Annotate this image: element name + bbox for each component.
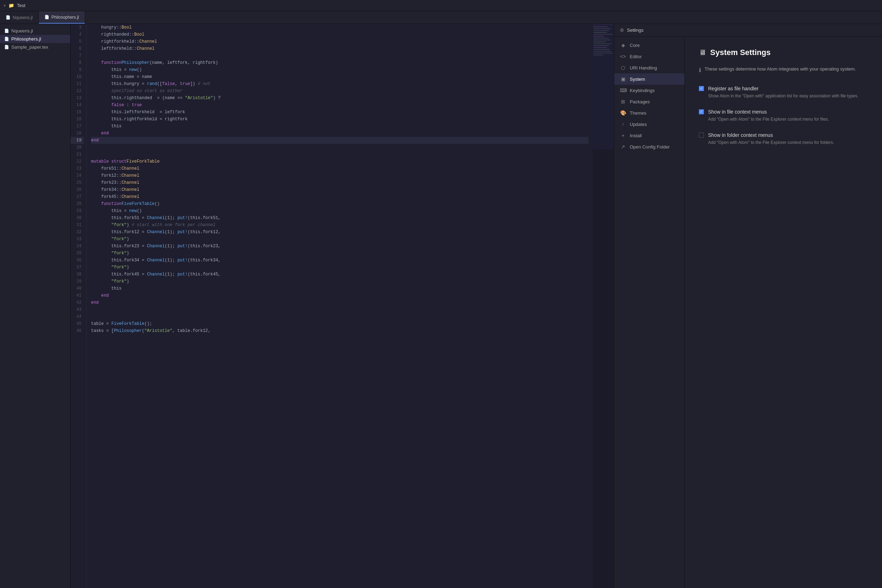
settings-nav-install[interactable]: + Install <box>614 130 684 141</box>
settings-nav-uri-label: URI Handling <box>630 65 657 70</box>
settings-nav-core[interactable]: ◈ Core <box>614 39 684 51</box>
line-number: 43 <box>70 306 84 313</box>
code-line: this.fork45 = Channel(1); put!(this.fork… <box>91 271 588 278</box>
code-line: end <box>91 130 588 137</box>
line-number: 13 <box>70 94 84 102</box>
settings-nav-install-label: Install <box>630 133 642 138</box>
option-show-file-context-menus-label: Show in file context menus <box>708 109 767 115</box>
info-icon: ℹ <box>699 66 701 74</box>
svg-rect-17 <box>593 24 614 149</box>
sidebar-item-nqueens[interactable]: 📄 Nqueens.jl <box>0 27 70 35</box>
code-line: this.fork34 = Channel(1); put!(this.fork… <box>91 257 588 264</box>
option-row: Show in folder context menus <box>699 132 868 138</box>
code-content[interactable]: hungry::Bool righthanded::Bool rightfork… <box>87 24 593 588</box>
settings-nav-system[interactable]: ▣ System <box>614 74 684 85</box>
settings-nav-updates-label: Updates <box>630 122 646 127</box>
line-number: 10 <box>70 74 84 80</box>
checkbox-show-folder-context-menus[interactable] <box>699 133 704 138</box>
line-number: 19 <box>70 137 84 144</box>
settings-description-text: These settings determine how Atom integr… <box>705 66 856 73</box>
line-number: 5 <box>70 38 84 45</box>
file-icon: 📄 <box>45 15 50 20</box>
line-number: 20 <box>70 144 84 151</box>
line-number: 23 <box>70 165 84 172</box>
install-icon: + <box>620 133 626 138</box>
line-number: 40 <box>70 285 84 292</box>
line-number: 14 <box>70 102 84 109</box>
line-number: 22 <box>70 158 84 165</box>
line-number: 8 <box>70 59 84 66</box>
settings-nav-open-config-label: Open Config Folder <box>630 144 670 150</box>
folder-icon: 📁 <box>9 3 14 8</box>
updates-icon: ↑ <box>620 122 626 127</box>
packages-icon: ⊞ <box>620 99 626 104</box>
settings-nav-editor[interactable]: <> Editor <box>614 51 684 62</box>
line-number: 35 <box>70 250 84 257</box>
line-number: 9 <box>70 66 84 74</box>
settings-title-text: System Settings <box>710 48 771 57</box>
settings-nav-themes[interactable]: 🎨 Themes <box>614 107 684 118</box>
settings-nav-keybindings[interactable]: ⌨ Keybindings <box>614 85 684 96</box>
file-icon: 📄 <box>4 28 9 33</box>
code-line: end <box>91 137 588 144</box>
line-number: 24 <box>70 172 84 179</box>
code-line: fork34::Channel <box>91 186 588 193</box>
code-line: function Philosopher(name, leftfork, rig… <box>91 59 588 66</box>
line-number: 32 <box>70 229 84 236</box>
line-number: 16 <box>70 116 84 123</box>
editor-icon: <> <box>620 54 626 59</box>
option-show-file-context-menus: Show in file context menus Add "Open wit… <box>699 109 868 122</box>
option-row: Show in file context menus <box>699 109 868 115</box>
code-line: this = new() <box>91 66 588 74</box>
settings-header: ⚙ Settings <box>614 24 882 37</box>
settings-nav-updates[interactable]: ↑ Updates <box>614 118 684 130</box>
line-number: 46 <box>70 327 84 334</box>
settings-nav-packages[interactable]: ⊞ Packages <box>614 96 684 107</box>
settings-nav: ◈ Core <> Editor ⬡ URI Handling ▣ System… <box>614 37 685 588</box>
settings-panel: ⚙ Settings ◈ Core <> Editor ⬡ URI Handli… <box>614 24 882 588</box>
code-line <box>91 144 588 151</box>
code-line <box>91 306 588 313</box>
settings-nav-uri-handling[interactable]: ⬡ URI Handling <box>614 62 684 74</box>
settings-header-title: Settings <box>627 27 644 33</box>
code-line: this.fork51 = Channel(1); put!(this.fork… <box>91 214 588 222</box>
code-line: this <box>91 285 588 292</box>
code-line: this.leftforkheld = leftfork <box>91 109 588 116</box>
titlebar: ▾ 📁 Test <box>0 0 882 11</box>
code-line <box>91 313 588 320</box>
option-register-file-handler: Register as file handler Show Atom in th… <box>699 86 868 99</box>
code-line: "fork") <box>91 278 588 285</box>
code-line: this.hungry = rand([false, true]) # not <box>91 80 588 87</box>
line-number: 6 <box>70 45 84 52</box>
option-show-folder-context-menus-label: Show in folder context menus <box>708 132 773 138</box>
code-line: this.name = name <box>91 74 588 80</box>
code-line: fork12::Channel <box>91 172 588 179</box>
sidebar-item-sample[interactable]: 📄 Sample_paper.tex <box>0 43 70 51</box>
settings-nav-system-label: System <box>630 76 645 82</box>
line-number: 26 <box>70 186 84 193</box>
code-line: this.righthanded = (name == "Aristotle")… <box>91 94 588 102</box>
tab-philosophers-label: Philosophers.jl <box>51 15 79 20</box>
titlebar-arrow[interactable]: ▾ <box>3 3 6 8</box>
code-line: "fork") <box>91 250 588 257</box>
code-line: false : true <box>91 102 588 109</box>
option-show-folder-context-menus-desc: Add "Open with Atom" to the File Explore… <box>708 140 868 146</box>
tab-nqueens[interactable]: 📄 Nqueens.jl <box>0 11 39 24</box>
settings-nav-open-config[interactable]: ↗ Open Config Folder <box>614 141 684 152</box>
sidebar-item-philosophers[interactable]: 📄 Philosophers.jl <box>0 35 70 43</box>
checkbox-register-file-handler[interactable] <box>699 86 704 91</box>
code-line: table = FiveForkTable(); <box>91 320 588 327</box>
line-number: 44 <box>70 313 84 320</box>
line-number: 15 <box>70 109 84 116</box>
code-line: righthanded::Bool <box>91 31 588 38</box>
settings-nav-editor-label: Editor <box>630 54 642 59</box>
system-title-icon: 🖥 <box>699 49 706 57</box>
line-number: 45 <box>70 320 84 327</box>
line-number: 12 <box>70 87 84 94</box>
line-number: 36 <box>70 257 84 264</box>
checkbox-show-file-context-menus[interactable] <box>699 110 704 114</box>
tab-philosophers[interactable]: 📄 Philosophers.jl <box>39 11 85 24</box>
code-line: fork23::Channel <box>91 179 588 186</box>
line-number: 17 <box>70 123 84 130</box>
line-number: 28 <box>70 200 84 207</box>
